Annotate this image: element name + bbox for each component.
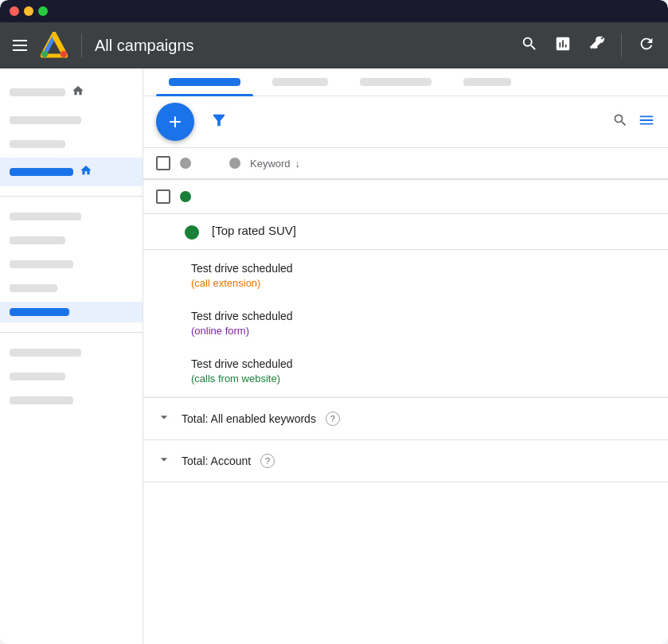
tab-3-label <box>360 78 432 86</box>
conversion-name-2: Test drive scheduled <box>191 310 293 322</box>
sidebar-item-7[interactable] <box>0 342 143 363</box>
sidebar-bar-10 <box>10 396 73 404</box>
refresh-icon[interactable] <box>638 35 655 57</box>
sidebar-item-8[interactable] <box>0 366 143 387</box>
row-status-dot <box>180 191 191 202</box>
tab-3[interactable] <box>347 68 444 96</box>
sidebar-separator-2 <box>0 332 143 333</box>
sidebar <box>0 68 143 644</box>
sort-arrow-icon: ↓ <box>295 158 301 170</box>
search-icon[interactable] <box>521 35 538 57</box>
keyword-label: Keyword <box>250 158 291 170</box>
sidebar-separator-1 <box>0 196 143 197</box>
sidebar-item-6[interactable] <box>0 278 143 299</box>
tab-bar <box>143 68 668 96</box>
conversion-type-2: (online form) <box>191 325 249 337</box>
table-row-header <box>143 180 668 214</box>
sidebar-item-4[interactable] <box>0 230 143 251</box>
total-account-label: Total: Account <box>182 455 251 467</box>
sidebar-bar-7 <box>10 284 57 292</box>
tab-4[interactable] <box>451 68 524 96</box>
conversion-type-1: (call extension) <box>191 277 260 289</box>
chart-icon[interactable] <box>554 35 572 57</box>
nav-divider <box>81 33 82 57</box>
sidebar-item-active-2[interactable] <box>0 302 143 322</box>
sidebar-active-bar-2 <box>10 308 69 316</box>
google-ads-logo <box>40 31 68 60</box>
toolbar-search-icon[interactable] <box>612 112 628 132</box>
home-icon-top <box>72 84 84 100</box>
minimize-button[interactable] <box>24 6 33 16</box>
main-layout: + Keyword ↓ <box>0 68 668 644</box>
nav-actions <box>521 33 655 57</box>
home-icon-active <box>80 164 92 180</box>
add-button[interactable]: + <box>156 103 194 141</box>
tab-2[interactable] <box>260 68 341 96</box>
sidebar-item-2[interactable] <box>0 134 143 154</box>
tab-2-label <box>272 78 328 86</box>
secondary-status-header <box>229 158 240 169</box>
page-title: All campaigns <box>95 37 508 55</box>
table-area: Keyword ↓ [Top rated SUV] <box>143 148 668 644</box>
total-keywords-row[interactable]: Total: All enabled keywords ? <box>143 398 668 440</box>
help-icon-2[interactable]: ? <box>260 454 275 468</box>
conversion-name-1: Test drive scheduled <box>191 262 293 275</box>
sidebar-bar-3 <box>10 140 65 148</box>
sidebar-bar-9 <box>10 373 65 381</box>
status-header-dot <box>180 158 191 169</box>
conversion-item-2: Test drive scheduled (online form) <box>191 304 655 342</box>
sidebar-item-1[interactable] <box>0 110 143 131</box>
tab-1[interactable] <box>156 68 253 96</box>
sidebar-bar-6 <box>10 260 73 268</box>
table-header: Keyword ↓ <box>143 148 668 180</box>
nav-icon-divider <box>621 33 622 57</box>
close-button[interactable] <box>10 6 19 16</box>
add-icon: + <box>169 109 182 135</box>
sidebar-bar-4 <box>10 213 81 221</box>
wrench-icon[interactable] <box>588 35 605 57</box>
svg-point-3 <box>61 51 67 57</box>
keyword-column-header[interactable]: Keyword ↓ <box>250 158 300 170</box>
chevron-down-icon-2 <box>156 451 172 470</box>
total-account-row[interactable]: Total: Account ? <box>143 440 668 482</box>
keyword-row: [Top rated SUV] <box>143 214 668 250</box>
conversion-item-1: Test drive scheduled (call extension) <box>191 256 655 295</box>
nav-bar: All campaigns <box>0 22 668 68</box>
sidebar-item-active[interactable] <box>0 158 143 186</box>
maximize-button[interactable] <box>38 6 48 16</box>
sidebar-bar-1 <box>10 88 65 96</box>
conversion-name-3: Test drive scheduled <box>191 357 293 370</box>
select-all-checkbox[interactable] <box>156 156 170 170</box>
title-bar <box>0 0 668 22</box>
content-area: + Keyword ↓ <box>143 68 668 644</box>
sidebar-bar-5 <box>10 236 65 244</box>
filter-icon[interactable] <box>210 111 228 133</box>
keyword-text: [Top rated SUV] <box>212 224 296 237</box>
help-icon-1[interactable]: ? <box>326 412 340 426</box>
chevron-down-icon-1 <box>156 409 172 428</box>
sidebar-bar-2 <box>10 116 81 124</box>
toolbar: + <box>143 96 668 148</box>
conversion-type-3: (calls from website) <box>191 373 280 384</box>
tab-1-label <box>169 78 240 86</box>
sidebar-item-3[interactable] <box>0 206 143 227</box>
keyword-status-dot <box>185 225 199 240</box>
total-keywords-label: Total: All enabled keywords <box>182 412 316 425</box>
row-checkbox[interactable] <box>156 189 170 204</box>
toolbar-menu-icon[interactable] <box>638 111 655 133</box>
data-section-1: [Top rated SUV] Test drive scheduled (ca… <box>143 180 668 398</box>
sidebar-active-bar <box>10 168 73 176</box>
sidebar-item-9[interactable] <box>0 390 143 411</box>
tab-4-label <box>463 78 511 86</box>
conversion-item-3: Test drive scheduled (calls from website… <box>191 352 655 390</box>
sidebar-bar-8 <box>10 349 81 357</box>
hamburger-menu-button[interactable] <box>13 40 27 51</box>
sidebar-item-5[interactable] <box>0 254 143 275</box>
conversion-group: Test drive scheduled (call extension) Te… <box>143 250 668 397</box>
svg-point-2 <box>41 51 48 57</box>
sidebar-item-home-top[interactable] <box>0 78 143 107</box>
